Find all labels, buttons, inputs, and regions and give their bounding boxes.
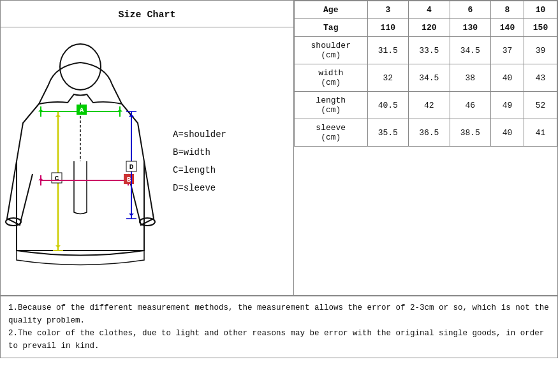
age-6: 6 [450, 1, 491, 19]
size-chart-container: Size Chart [0, 0, 558, 358]
cell-width-4: 43 [524, 64, 557, 92]
label-c: C=length [173, 161, 226, 179]
svg-point-0 [60, 44, 101, 90]
size-table: Age 3 4 6 8 10 Tag 110 120 130 140 150 [294, 1, 557, 147]
illustration-area: A C [1, 27, 293, 295]
cell-length-0: 40.5 [367, 92, 409, 119]
tag-150: 150 [524, 19, 557, 37]
age-4: 4 [409, 1, 450, 19]
cell-shoulder-0: 31.5 [367, 37, 409, 64]
svg-marker-13 [55, 114, 61, 117]
tag-140: 140 [491, 19, 524, 37]
age-3: 3 [367, 1, 409, 19]
cell-shoulder-3: 37 [491, 37, 524, 64]
row-label-sleeve: sleeve(cm) [295, 119, 368, 147]
cell-width-2: 38 [450, 64, 491, 92]
label-d: D=sleeve [173, 179, 226, 197]
cell-shoulder-1: 33.5 [409, 37, 450, 64]
note-2: 2.The color of the clothes, due to light… [8, 327, 550, 352]
cell-sleeve-2: 38.5 [450, 119, 491, 147]
cell-shoulder-4: 39 [524, 37, 557, 64]
tag-110: 110 [367, 19, 409, 37]
cell-length-3: 49 [491, 92, 524, 119]
cell-sleeve-1: 36.5 [409, 119, 450, 147]
footer-notes: 1.Because of the different measurement m… [1, 296, 557, 358]
svg-text:D: D [129, 163, 134, 171]
size-chart-title: Size Chart [1, 1, 293, 27]
svg-text:C: C [55, 175, 59, 182]
cell-width-3: 40 [491, 64, 524, 92]
main-content-area: Size Chart [1, 1, 557, 296]
row-label-width: width(cm) [295, 64, 368, 92]
cell-shoulder-2: 34.5 [450, 37, 491, 64]
tag-header: Tag [295, 19, 368, 37]
label-a: A=shoulder [173, 126, 226, 143]
svg-marker-27 [129, 114, 134, 117]
svg-marker-8 [117, 109, 122, 112]
left-panel: Size Chart [1, 1, 294, 295]
age-8: 8 [491, 1, 524, 19]
svg-text:A: A [80, 106, 84, 114]
svg-marker-28 [129, 214, 134, 216]
cell-length-4: 52 [524, 92, 557, 119]
cell-sleeve-0: 35.5 [367, 119, 409, 147]
row-label-length: length(cm) [295, 92, 368, 119]
svg-marker-7 [38, 109, 43, 112]
tag-120: 120 [409, 19, 450, 37]
note-1: 1.Because of the different measurement m… [8, 301, 550, 327]
cell-width-0: 32 [367, 64, 409, 92]
cell-length-1: 42 [409, 92, 450, 119]
cell-length-2: 46 [450, 92, 491, 119]
age-10: 10 [524, 1, 557, 19]
cell-sleeve-4: 41 [524, 119, 557, 147]
cell-width-1: 34.5 [409, 64, 450, 92]
svg-marker-20 [38, 178, 43, 180]
hoodie-illustration: A C [1, 34, 160, 289]
row-label-shoulder: shoulder(cm) [295, 37, 368, 64]
right-panel: Age 3 4 6 8 10 Tag 110 120 130 140 150 [294, 1, 557, 295]
label-b: B=width [173, 143, 226, 161]
svg-marker-14 [55, 245, 61, 248]
cell-sleeve-3: 40 [491, 119, 524, 147]
tag-130: 130 [450, 19, 491, 37]
measurement-labels: A=shoulder B=width C=length D=sleeve [160, 126, 226, 197]
age-header: Age [295, 1, 368, 19]
svg-text:B: B [127, 176, 131, 184]
